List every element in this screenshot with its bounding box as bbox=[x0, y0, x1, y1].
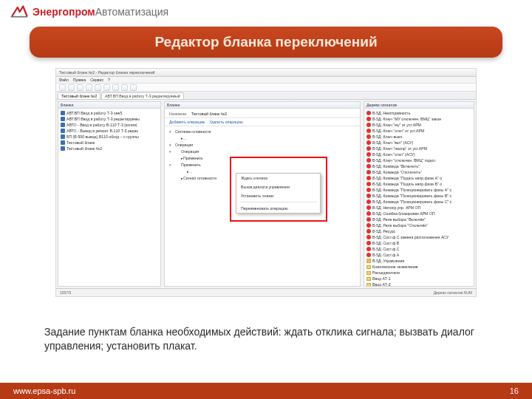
app-screenshot: Тестовый бланк №2 - Редактор бланка пере… bbox=[55, 68, 477, 297]
signal-item[interactable]: В-5Д:·Непоср.упр. АРМ ОП bbox=[364, 205, 474, 211]
signal-square-icon bbox=[366, 259, 371, 263]
signal-dot-icon bbox=[366, 117, 371, 121]
blank-list-item[interactable]: АВТ.ВП Ввод в работу Т-3 see5 bbox=[58, 110, 160, 116]
tb-save-icon[interactable] bbox=[77, 84, 83, 91]
signal-item[interactable]: В-5Д:·Ключ "му" от уст.АРМ bbox=[364, 122, 474, 128]
signal-item[interactable]: В-5Д:·Команда "Подать напр.фаза B" о bbox=[364, 181, 474, 187]
blank-list-item[interactable]: АВТО - Ввод в работу В-110 Т-3 (копия) bbox=[58, 122, 160, 128]
blank-list-item[interactable]: БП (В-500 вывод) В110 обход – с группы bbox=[58, 134, 160, 140]
signal-item[interactable]: В-5Д:·Команда "Позиционировать фазы B" с bbox=[364, 193, 474, 199]
menu-file[interactable]: Файл bbox=[59, 78, 69, 82]
signal-item[interactable]: Комплексное заземление bbox=[364, 264, 474, 270]
signal-dot-icon bbox=[366, 200, 371, 204]
tb-cut-icon[interactable] bbox=[86, 84, 92, 91]
context-item[interactable]: Ждать отклика bbox=[236, 174, 320, 183]
signal-dot-icon bbox=[366, 182, 371, 186]
signal-dot-icon bbox=[366, 211, 371, 216]
menu-edit[interactable]: Правка bbox=[73, 78, 86, 82]
blank-list-item[interactable]: Тестовый бланк bbox=[58, 140, 160, 146]
signal-item[interactable]: Ввод AТ-2 bbox=[364, 282, 474, 286]
signal-item[interactable]: В-5Д:·Ключ выкл. bbox=[364, 134, 474, 140]
tb-open-icon[interactable] bbox=[68, 84, 75, 91]
signal-item[interactable]: В-5Д:·Реле выбора "Включён" bbox=[364, 216, 474, 222]
context-item[interactable]: Установить плакат bbox=[236, 191, 320, 200]
blank-name-value[interactable]: Тестовый бланк №2 bbox=[191, 112, 227, 116]
left-panel-header: Бланки bbox=[58, 102, 160, 109]
tree-node[interactable]: Операция bbox=[169, 149, 355, 155]
mid-panel: Бланки Название: Тестовый бланк №2 Добав… bbox=[164, 101, 361, 287]
signal-item[interactable]: В-5Д:·Неисправность bbox=[364, 110, 474, 116]
signal-item[interactable]: В-5Д:·Сост.ф.С bbox=[364, 246, 474, 252]
footer-url: www.epsa-spb.ru bbox=[13, 386, 75, 395]
menu-service[interactable]: Сервис bbox=[90, 78, 103, 82]
signal-item[interactable]: В-5Д:·Сост.ф.B bbox=[364, 240, 474, 246]
signal-item[interactable]: Ввод AТ-1 bbox=[364, 276, 474, 282]
signal-item[interactable]: В-5Д:·Команда "Позиционировать фазы A" с bbox=[364, 187, 474, 193]
blank-list-item[interactable]: Тестовый бланк №2 bbox=[58, 146, 160, 151]
status-left: 1557/5 bbox=[60, 290, 71, 295]
signal-dot-icon bbox=[366, 229, 371, 233]
signal-item[interactable]: В-5Д:·Ошибка блокировки АРМ ОП bbox=[364, 211, 474, 216]
slide-footer: www.epsa-spb.ru 16 bbox=[0, 383, 532, 399]
tree-node[interactable]: Система готовности bbox=[169, 129, 355, 135]
signal-item[interactable]: В-5Д:·Команда "Подать напр.фаза A" о bbox=[364, 175, 474, 181]
signal-item[interactable]: В-5Д:·Ключ "вкл" (АСУ) bbox=[364, 140, 474, 146]
signal-item[interactable]: В-5Д:·Команда "Включить" bbox=[364, 163, 474, 169]
signal-dot-icon bbox=[366, 247, 371, 251]
blank-icon bbox=[61, 134, 65, 139]
signal-dot-icon bbox=[366, 205, 371, 210]
tree-node[interactable]: Операции bbox=[169, 142, 355, 149]
folder-icon bbox=[366, 271, 371, 275]
blank-icon bbox=[61, 117, 65, 121]
signal-item[interactable]: Разъединители bbox=[364, 270, 474, 276]
menubar[interactable]: Файл Правка Сервис ? bbox=[56, 77, 476, 83]
signal-item[interactable]: В-5Д:·Управление bbox=[364, 258, 474, 264]
left-panel: Бланки АВТ.ВП Ввод в работу Т-3 see5АВТ.… bbox=[58, 101, 161, 287]
add-operation-link[interactable]: Добавить операцию bbox=[169, 120, 205, 124]
signal-dot-icon bbox=[366, 140, 371, 145]
statusbar: 1557/5 Дерево сигналов NUM bbox=[56, 288, 476, 296]
signal-item[interactable]: В-5Д:·Реле выбора "Отключён" bbox=[364, 222, 474, 228]
del-operation-link[interactable]: Удалить операцию bbox=[209, 120, 242, 124]
signal-dot-icon bbox=[366, 176, 371, 180]
signal-item[interactable]: В-5Д:·Команда "Отключить" bbox=[364, 169, 474, 175]
context-item[interactable]: Вызов диалога управления bbox=[236, 183, 320, 191]
signal-item[interactable]: В-5Д:·Ключ "МУ отключен. ВМЦ" закон bbox=[364, 116, 474, 122]
context-item[interactable]: Переименовать операцию bbox=[236, 204, 320, 213]
page-number: 16 bbox=[510, 386, 519, 395]
signal-dot-icon bbox=[366, 235, 371, 239]
signal-dot-icon bbox=[366, 152, 371, 157]
blank-list-item[interactable]: АВТО - Вывод в ремонт В-110 Т-3 редак bbox=[58, 128, 160, 134]
toolbar bbox=[56, 83, 476, 92]
brand-bar: ЭнергопромАвтоматизация bbox=[0, 0, 532, 21]
blank-name-row: Название: Тестовый бланк №2 bbox=[165, 110, 360, 118]
signal-item[interactable]: В-5Д:·Ключ "отключен. ВМЦ" подкл. bbox=[364, 157, 474, 163]
menu-help[interactable]: ? bbox=[108, 78, 110, 82]
blank-icon bbox=[61, 123, 65, 127]
signal-item[interactable]: В-5Д:·Команда "Позиционировать фазы C" с bbox=[364, 199, 474, 205]
blank-list-item[interactable]: АВТ.ВП Ввод в работу Т-3 редактируемы bbox=[58, 116, 160, 122]
blank-icon bbox=[61, 146, 65, 151]
tb-copy-icon[interactable] bbox=[95, 84, 101, 91]
signal-dot-icon bbox=[366, 164, 371, 168]
signal-item[interactable]: В-5Д:·Ключ "откл" (АСУ) bbox=[364, 151, 474, 157]
signal-dot-icon bbox=[366, 158, 371, 163]
blank-name-label: Название: bbox=[169, 112, 188, 116]
tb-new-icon[interactable] bbox=[59, 84, 66, 91]
signal-item[interactable]: В-5Д:·Ресурс bbox=[364, 228, 474, 234]
tb-redo-icon[interactable] bbox=[121, 84, 128, 91]
signal-item[interactable]: В-5Д:·Ключ "откл" от уст.АРМ bbox=[364, 128, 474, 134]
signal-item[interactable]: В-5Д:·Ключ "неопр" от уст.АРМ bbox=[364, 146, 474, 151]
tab-2[interactable]: АВТ.ВП Ввод в работу Т-3 редактируемый bbox=[101, 92, 184, 99]
tb-paste-icon[interactable] bbox=[103, 84, 110, 91]
signal-item[interactable]: В-5Д:·Сост.ф.C замена расположения АСУ bbox=[364, 234, 474, 240]
signal-dot-icon bbox=[366, 241, 371, 245]
tree-node[interactable]: ... bbox=[169, 135, 355, 142]
signal-dot-icon bbox=[366, 134, 371, 139]
signal-dot-icon bbox=[366, 194, 371, 198]
context-menu[interactable]: Ждать откликаВызов диалога управленияУст… bbox=[236, 173, 321, 214]
tab-1[interactable]: Тестовый бланк №2 bbox=[58, 92, 100, 99]
tb-help-icon[interactable] bbox=[130, 84, 137, 91]
signal-item[interactable]: В-5Д:·Сост.ф.А bbox=[364, 252, 474, 258]
tb-undo-icon[interactable] bbox=[112, 84, 119, 91]
